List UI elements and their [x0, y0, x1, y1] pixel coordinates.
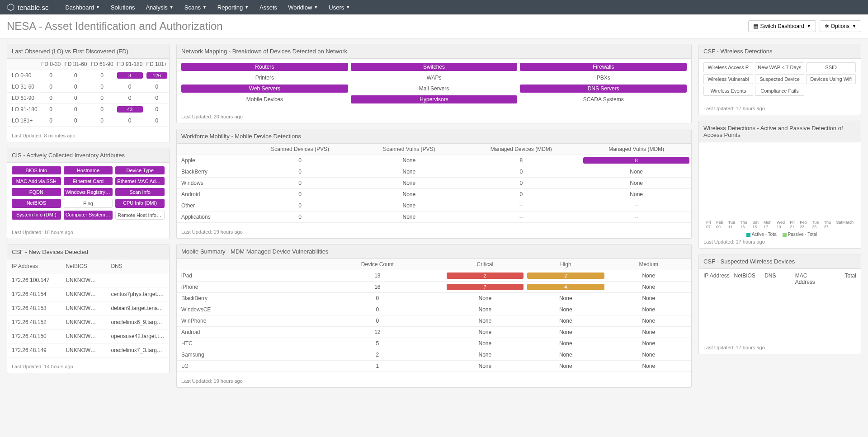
table-row[interactable]: LO 0-300003126: [7, 70, 169, 81]
wireless-cell[interactable]: Wireless Events: [703, 86, 753, 96]
cis-cell[interactable]: NetBIOS: [12, 199, 61, 208]
net-cell[interactable]: Mobile Devices: [181, 95, 348, 103]
legend-square-passive-icon: [783, 233, 787, 237]
cell: None: [606, 361, 691, 372]
net-cell[interactable]: Hypervisors: [351, 95, 518, 103]
nav-item-assets[interactable]: Assets: [254, 0, 283, 14]
row-label: Android: [177, 189, 243, 200]
x-tick: Feb 23: [800, 220, 812, 229]
row-label: WindowsCE: [177, 304, 310, 315]
table-row[interactable]: BlackBerry0NoneNoneNone: [177, 293, 691, 304]
table-row[interactable]: 172.26.48.149UNKNOW…oraclelinux7_3.targe…: [7, 343, 169, 357]
table-row[interactable]: WindowsCE0NoneNoneNone: [177, 304, 691, 315]
net-cell[interactable]: Switches: [351, 63, 518, 71]
cell: 172.26.48.154: [7, 287, 61, 301]
table-row[interactable]: 172.26.48.153UNKNOW…debian9.target.tenab…: [7, 301, 169, 315]
nav-item-solutions[interactable]: Solutions: [105, 0, 140, 14]
cis-cell[interactable]: Scan Info: [115, 188, 165, 196]
chevron-down-icon: ▼: [346, 5, 350, 9]
cis-cell[interactable]: Ethernet MAC Addresses: [115, 177, 165, 185]
cell: None: [606, 304, 691, 315]
panel-suspected-wireless: CSF - Suspected Wireless Devices IP Addr…: [698, 254, 861, 354]
cis-cell[interactable]: BIOS Info: [12, 166, 61, 174]
table-row[interactable]: 172.26.48.150UNKNOW…opensuse42.target.te…: [7, 329, 169, 343]
table-row[interactable]: 172.26.48.152UNKNOW…oraclelinux6_9.targe…: [7, 315, 169, 329]
table-row[interactable]: Windows0None0None: [177, 178, 691, 189]
cell: None: [581, 166, 691, 178]
table-row[interactable]: LO 61-9000000: [7, 93, 169, 104]
wireless-cell[interactable]: Wireless Vulnerabi: [703, 74, 753, 84]
table-row[interactable]: Applications0None----: [177, 211, 691, 223]
net-cell[interactable]: WAPs: [351, 74, 518, 82]
cis-cell[interactable]: MAC Add via SSH: [12, 177, 61, 185]
table-row[interactable]: Apple0None88: [177, 155, 691, 166]
brand[interactable]: tenable.sc: [7, 3, 48, 11]
nav-item-analysis[interactable]: Analysis▼: [140, 0, 179, 14]
table-row[interactable]: BlackBerry0None0None: [177, 166, 691, 178]
cell: 3: [115, 70, 145, 81]
cis-cell[interactable]: Hostname: [64, 166, 113, 174]
cis-cell[interactable]: Ping: [64, 199, 113, 208]
table-row[interactable]: Other0None----: [177, 200, 691, 211]
net-cell[interactable]: PBXs: [520, 74, 687, 82]
net-cell[interactable]: SCADA Systems: [520, 95, 687, 103]
wireless-cell[interactable]: Devices Using Wifi: [806, 74, 856, 84]
wireless-cell[interactable]: Suspected Device: [755, 74, 805, 84]
cell: 0: [243, 178, 357, 189]
cell: None: [525, 293, 606, 304]
cell: None: [525, 349, 606, 361]
table-row[interactable]: Android12NoneNoneNone: [177, 327, 691, 338]
net-cell[interactable]: Routers: [181, 63, 348, 71]
cis-cell[interactable]: System Info (DMI): [12, 211, 61, 220]
cell: UNKNOW…: [61, 329, 106, 343]
table-row[interactable]: WinPhone0NoneNoneNone: [177, 315, 691, 327]
cis-cell[interactable]: CPU Info (DMI): [115, 199, 165, 208]
cell: None: [581, 178, 691, 189]
col-header: DNS: [106, 259, 169, 273]
table-row[interactable]: LO 31-6000000: [7, 81, 169, 93]
column-left: Last Observed (LO) vs First Discovered (…: [7, 44, 170, 379]
table-row[interactable]: LO 91-180000430: [7, 104, 169, 115]
col-header: FD 61-90: [89, 59, 115, 70]
row-label: iPhone: [177, 282, 310, 293]
net-cell[interactable]: DNS Servers: [520, 85, 687, 93]
nav-item-reporting[interactable]: Reporting▼: [212, 0, 254, 14]
table-row[interactable]: 172.26.48.154UNKNOW…centos7phys.target.t…: [7, 287, 169, 301]
cis-cell[interactable]: Remote Host Info Disclo: [115, 211, 165, 220]
net-cell[interactable]: Web Servers: [181, 85, 348, 93]
col-header: Managed Vulns (MDM): [581, 144, 691, 155]
cis-cell[interactable]: Device Type: [115, 166, 165, 174]
col-header: Scanned Vulns (PVS): [357, 144, 461, 155]
mdm-table: Device CountCriticalHighMediumiPad1322No…: [177, 259, 691, 372]
wireless-cell[interactable]: Wireless Access P: [703, 62, 753, 72]
nav-item-users[interactable]: Users▼: [323, 0, 355, 14]
table-row[interactable]: LG1NoneNoneNone: [177, 361, 691, 372]
table-row[interactable]: Samsung2NoneNoneNone: [177, 349, 691, 361]
table-row[interactable]: HTC5NoneNoneNone: [177, 338, 691, 349]
cell: None: [525, 327, 606, 338]
wireless-cell[interactable]: New WAP < 7 Days: [755, 62, 805, 72]
nav-item-dashboard[interactable]: Dashboard▼: [60, 0, 105, 14]
nav-item-workflow[interactable]: Workflow▼: [283, 0, 323, 14]
cell: 0: [115, 93, 145, 104]
table-row[interactable]: iPad1322None: [177, 270, 691, 282]
table-row[interactable]: Android0None0None: [177, 189, 691, 200]
options-button[interactable]: ✲ Options ▼: [820, 20, 861, 32]
net-cell[interactable]: Printers: [181, 74, 348, 82]
cis-cell[interactable]: Computer System Product: [64, 211, 113, 220]
table-row[interactable]: LO 181+00000: [7, 115, 169, 127]
wireless-cell[interactable]: SSID: [806, 62, 856, 72]
nav-items: Dashboard▼SolutionsAnalysis▼Scans▼Report…: [60, 0, 355, 14]
col-header: [177, 259, 310, 270]
cis-cell[interactable]: FQDN: [12, 188, 61, 196]
net-cell[interactable]: Mail Servers: [351, 85, 518, 93]
net-cell[interactable]: Firewalls: [520, 63, 687, 71]
wireless-cell[interactable]: Compliance Fails: [755, 86, 805, 96]
cell: 0: [310, 304, 445, 315]
table-row[interactable]: iPhone1674None: [177, 282, 691, 293]
switch-dashboard-button[interactable]: ▦ Switch Dashboard ▼: [748, 20, 816, 32]
table-row[interactable]: 172.26.100.147UNKNOW…: [7, 273, 169, 287]
cis-cell[interactable]: Ethernet Card: [64, 177, 113, 185]
cis-cell[interactable]: Windows Registry OS and: [64, 188, 113, 196]
nav-item-scans[interactable]: Scans▼: [179, 0, 212, 14]
